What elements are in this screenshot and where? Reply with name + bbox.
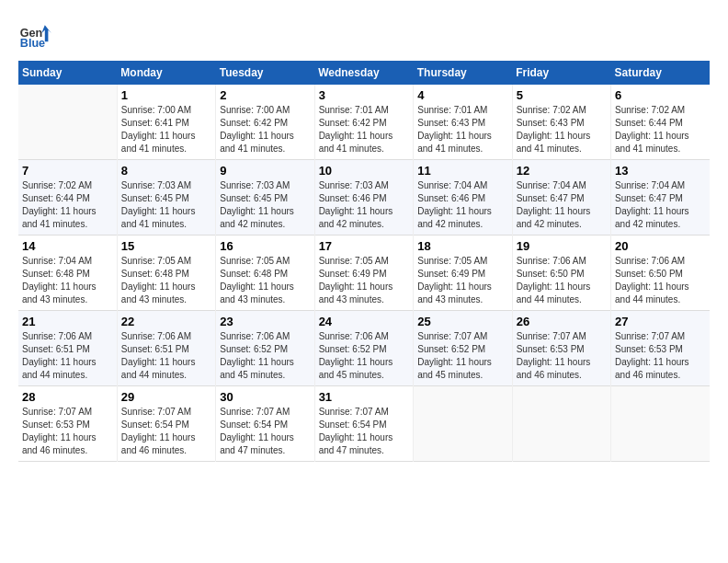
calendar-cell: 14Sunrise: 7:04 AM Sunset: 6:48 PM Dayli… <box>18 236 117 311</box>
day-info: Sunrise: 7:04 AM Sunset: 6:48 PM Dayligh… <box>22 255 113 306</box>
calendar-week-row: 21Sunrise: 7:06 AM Sunset: 6:51 PM Dayli… <box>18 311 710 386</box>
day-number: 16 <box>220 239 310 253</box>
calendar-cell: 9Sunrise: 7:03 AM Sunset: 6:45 PM Daylig… <box>216 160 314 236</box>
day-info: Sunrise: 7:04 AM Sunset: 6:46 PM Dayligh… <box>417 179 507 231</box>
day-number: 31 <box>319 390 410 404</box>
day-info: Sunrise: 7:05 AM Sunset: 6:49 PM Dayligh… <box>417 255 507 306</box>
calendar-table: SundayMondayTuesdayWednesdayThursdayFrid… <box>18 61 710 462</box>
calendar-header-row: SundayMondayTuesdayWednesdayThursdayFrid… <box>18 61 710 85</box>
day-info: Sunrise: 7:06 AM Sunset: 6:52 PM Dayligh… <box>220 330 310 382</box>
day-number: 30 <box>220 390 310 404</box>
day-info: Sunrise: 7:02 AM Sunset: 6:43 PM Dayligh… <box>517 104 607 155</box>
calendar-cell: 17Sunrise: 7:05 AM Sunset: 6:49 PM Dayli… <box>314 236 414 311</box>
calendar-cell: 27Sunrise: 7:07 AM Sunset: 6:53 PM Dayli… <box>611 311 710 386</box>
day-info: Sunrise: 7:04 AM Sunset: 6:47 PM Dayligh… <box>615 179 706 231</box>
calendar-cell: 26Sunrise: 7:07 AM Sunset: 6:53 PM Dayli… <box>512 311 610 386</box>
calendar-cell: 20Sunrise: 7:06 AM Sunset: 6:50 PM Dayli… <box>611 236 710 311</box>
day-number: 9 <box>220 164 310 178</box>
calendar-week-row: 14Sunrise: 7:04 AM Sunset: 6:48 PM Dayli… <box>18 236 710 311</box>
day-number: 24 <box>319 315 410 328</box>
calendar-cell: 8Sunrise: 7:03 AM Sunset: 6:45 PM Daylig… <box>117 160 215 236</box>
day-number: 1 <box>121 88 211 102</box>
day-info: Sunrise: 7:02 AM Sunset: 6:44 PM Dayligh… <box>22 179 113 231</box>
column-header-sunday: Sunday <box>18 61 117 85</box>
calendar-cell: 18Sunrise: 7:05 AM Sunset: 6:49 PM Dayli… <box>414 236 512 311</box>
logo-icon: Gen Blue <box>18 18 51 52</box>
day-number: 27 <box>615 315 706 328</box>
day-info: Sunrise: 7:03 AM Sunset: 6:45 PM Dayligh… <box>220 179 310 231</box>
column-header-monday: Monday <box>117 61 215 85</box>
day-number: 26 <box>517 315 607 328</box>
day-info: Sunrise: 7:07 AM Sunset: 6:54 PM Dayligh… <box>121 406 211 457</box>
day-number: 18 <box>417 239 507 253</box>
calendar-cell: 19Sunrise: 7:06 AM Sunset: 6:50 PM Dayli… <box>512 236 610 311</box>
day-number: 21 <box>22 315 113 328</box>
day-number: 29 <box>121 390 211 404</box>
day-number: 22 <box>121 315 211 328</box>
day-info: Sunrise: 7:03 AM Sunset: 6:45 PM Dayligh… <box>121 179 211 231</box>
day-number: 5 <box>517 88 607 102</box>
calendar-cell <box>414 386 512 462</box>
day-number: 2 <box>220 88 310 102</box>
day-number: 10 <box>319 164 410 178</box>
day-number: 4 <box>417 88 507 102</box>
column-header-friday: Friday <box>512 61 610 85</box>
calendar-week-row: 7Sunrise: 7:02 AM Sunset: 6:44 PM Daylig… <box>18 160 710 236</box>
calendar-cell: 28Sunrise: 7:07 AM Sunset: 6:53 PM Dayli… <box>18 386 117 462</box>
day-info: Sunrise: 7:07 AM Sunset: 6:54 PM Dayligh… <box>220 406 310 457</box>
calendar-cell: 24Sunrise: 7:06 AM Sunset: 6:52 PM Dayli… <box>314 311 414 386</box>
day-info: Sunrise: 7:07 AM Sunset: 6:52 PM Dayligh… <box>417 330 507 382</box>
day-info: Sunrise: 7:00 AM Sunset: 6:42 PM Dayligh… <box>220 104 310 155</box>
calendar-cell: 5Sunrise: 7:02 AM Sunset: 6:43 PM Daylig… <box>512 85 610 160</box>
day-number: 19 <box>517 239 607 253</box>
day-info: Sunrise: 7:02 AM Sunset: 6:44 PM Dayligh… <box>615 104 706 155</box>
calendar-cell: 16Sunrise: 7:05 AM Sunset: 6:48 PM Dayli… <box>216 236 314 311</box>
calendar-cell: 2Sunrise: 7:00 AM Sunset: 6:42 PM Daylig… <box>216 85 314 160</box>
day-number: 11 <box>417 164 507 178</box>
calendar-cell: 29Sunrise: 7:07 AM Sunset: 6:54 PM Dayli… <box>117 386 215 462</box>
day-number: 17 <box>319 239 410 253</box>
day-number: 23 <box>220 315 310 328</box>
calendar-cell: 23Sunrise: 7:06 AM Sunset: 6:52 PM Dayli… <box>216 311 314 386</box>
day-info: Sunrise: 7:07 AM Sunset: 6:53 PM Dayligh… <box>615 330 706 382</box>
calendar-cell: 31Sunrise: 7:07 AM Sunset: 6:54 PM Dayli… <box>314 386 414 462</box>
calendar-cell: 6Sunrise: 7:02 AM Sunset: 6:44 PM Daylig… <box>611 85 710 160</box>
day-info: Sunrise: 7:04 AM Sunset: 6:47 PM Dayligh… <box>517 179 607 231</box>
day-info: Sunrise: 7:05 AM Sunset: 6:48 PM Dayligh… <box>121 255 211 306</box>
day-info: Sunrise: 7:05 AM Sunset: 6:49 PM Dayligh… <box>319 255 410 306</box>
calendar-cell <box>611 386 710 462</box>
calendar-week-row: 28Sunrise: 7:07 AM Sunset: 6:53 PM Dayli… <box>18 386 710 462</box>
calendar-cell: 22Sunrise: 7:06 AM Sunset: 6:51 PM Dayli… <box>117 311 215 386</box>
day-number: 12 <box>517 164 607 178</box>
day-info: Sunrise: 7:01 AM Sunset: 6:42 PM Dayligh… <box>319 104 410 155</box>
day-info: Sunrise: 7:01 AM Sunset: 6:43 PM Dayligh… <box>417 104 507 155</box>
day-info: Sunrise: 7:06 AM Sunset: 6:52 PM Dayligh… <box>319 330 410 382</box>
day-info: Sunrise: 7:03 AM Sunset: 6:46 PM Dayligh… <box>319 179 410 231</box>
column-header-thursday: Thursday <box>414 61 512 85</box>
calendar-cell: 21Sunrise: 7:06 AM Sunset: 6:51 PM Dayli… <box>18 311 117 386</box>
day-number: 8 <box>121 164 211 178</box>
logo: Gen Blue <box>18 18 55 52</box>
day-info: Sunrise: 7:07 AM Sunset: 6:53 PM Dayligh… <box>517 330 607 382</box>
day-number: 14 <box>22 239 113 253</box>
day-number: 28 <box>22 390 113 404</box>
svg-text:Blue: Blue <box>20 37 45 50</box>
column-header-wednesday: Wednesday <box>314 61 414 85</box>
calendar-cell: 4Sunrise: 7:01 AM Sunset: 6:43 PM Daylig… <box>414 85 512 160</box>
day-info: Sunrise: 7:07 AM Sunset: 6:53 PM Dayligh… <box>22 406 113 457</box>
calendar-cell: 25Sunrise: 7:07 AM Sunset: 6:52 PM Dayli… <box>414 311 512 386</box>
day-number: 3 <box>319 88 410 102</box>
calendar-cell <box>512 386 610 462</box>
day-info: Sunrise: 7:07 AM Sunset: 6:54 PM Dayligh… <box>319 406 410 457</box>
column-header-saturday: Saturday <box>611 61 710 85</box>
column-header-tuesday: Tuesday <box>216 61 314 85</box>
day-info: Sunrise: 7:06 AM Sunset: 6:50 PM Dayligh… <box>517 255 607 306</box>
calendar-week-row: 1Sunrise: 7:00 AM Sunset: 6:41 PM Daylig… <box>18 85 710 160</box>
day-number: 15 <box>121 239 211 253</box>
day-number: 25 <box>417 315 507 328</box>
day-number: 7 <box>22 164 113 178</box>
day-number: 6 <box>615 88 706 102</box>
day-info: Sunrise: 7:06 AM Sunset: 6:50 PM Dayligh… <box>615 255 706 306</box>
calendar-cell: 7Sunrise: 7:02 AM Sunset: 6:44 PM Daylig… <box>18 160 117 236</box>
calendar-cell: 30Sunrise: 7:07 AM Sunset: 6:54 PM Dayli… <box>216 386 314 462</box>
